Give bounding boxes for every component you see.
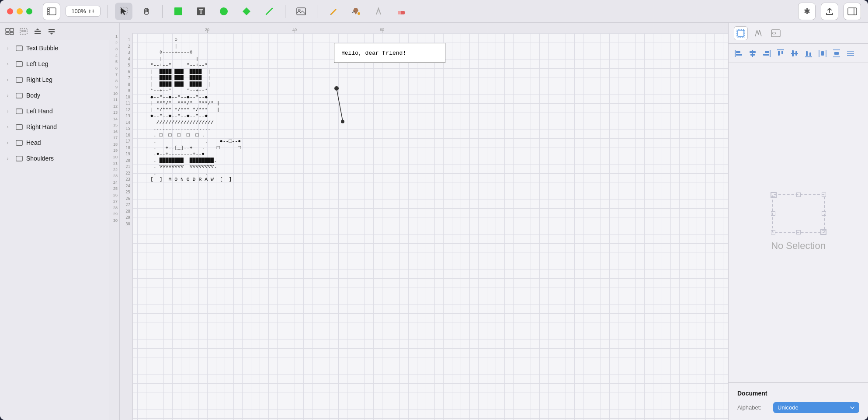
alphabet-select-container[interactable]: Unicode: [773, 402, 859, 413]
svg-rect-57: [778, 51, 780, 56]
eraser-tool[interactable]: [392, 3, 410, 20]
ungroup-button[interactable]: [17, 25, 30, 38]
alphabet-value: Unicode: [778, 404, 799, 411]
canvas-row-26: 26: [120, 196, 132, 202]
svg-rect-63: [806, 51, 808, 56]
title-bar: 100% ⬆⬇ T: [0, 0, 868, 23]
svg-rect-40: [16, 156, 23, 161]
layer-box-icon: [16, 93, 23, 98]
row-number-21: 21: [109, 160, 119, 167]
more-align-button[interactable]: [844, 47, 857, 60]
svg-rect-22: [6, 28, 9, 32]
sidebar-item-right-hand[interactable]: › Right Hand: [0, 119, 109, 135]
group-button[interactable]: [3, 25, 16, 38]
row-number-3: 3: [109, 46, 119, 52]
distribute-h-button[interactable]: [816, 47, 829, 60]
close-button[interactable]: [7, 8, 13, 14]
svg-rect-58: [781, 51, 783, 54]
chevron-icon: ›: [7, 125, 12, 130]
text-tool[interactable]: T: [192, 3, 210, 20]
text-style-button[interactable]: [751, 26, 765, 40]
row-number-19: 19: [109, 147, 119, 154]
move-down-button[interactable]: [45, 25, 58, 38]
move-up-button[interactable]: [31, 25, 44, 38]
minimize-button[interactable]: [17, 8, 23, 14]
canvas-row-16: 16: [120, 132, 132, 139]
canvas-viewport[interactable]: 1234567891011121314151617181920212223242…: [120, 33, 728, 420]
canvas-row-24: 24: [120, 183, 132, 189]
document-section: Document Alphabet: Unicode: [729, 382, 868, 420]
panel-toggle-left[interactable]: [43, 3, 60, 20]
toolbar-separator-4: [317, 5, 317, 18]
sidebar-item-shoulders[interactable]: › Shoulders: [0, 150, 109, 166]
sidebar-item-left-leg[interactable]: › Left Leg: [0, 56, 109, 72]
export-button[interactable]: [821, 3, 838, 20]
svg-rect-67: [821, 51, 824, 56]
maximize-button[interactable]: [26, 8, 32, 14]
align-top-button[interactable]: [774, 47, 787, 60]
alphabet-dropdown[interactable]: Unicode: [773, 402, 859, 413]
fill-tool[interactable]: [347, 3, 365, 20]
diamond-tool[interactable]: [238, 3, 255, 20]
sidebar-item-right-leg[interactable]: › Right Leg: [0, 72, 109, 88]
image-tool[interactable]: [292, 3, 310, 20]
align-center-h-button[interactable]: [746, 47, 759, 60]
canvas-row-4: 4: [120, 56, 132, 63]
sidebar-item-left-hand[interactable]: › Left Hand: [0, 103, 109, 119]
code-button[interactable]: [769, 26, 783, 40]
key-button[interactable]: ✱: [798, 3, 816, 20]
pan-tool[interactable]: [138, 3, 155, 20]
ellipse-tool[interactable]: [215, 3, 233, 20]
handle-mr: [822, 211, 826, 216]
handle-tl: [771, 192, 775, 197]
canvas-inner[interactable]: ○ | ◊----+----◊ | | *--+--* *--+--* | ██…: [133, 33, 728, 420]
select-tool[interactable]: [115, 3, 132, 20]
layer-label: Head: [26, 139, 41, 146]
svg-rect-9: [174, 7, 182, 15]
layer-toolbar: [0, 23, 109, 40]
pencil-tool[interactable]: [324, 3, 342, 20]
row-number-22: 22: [109, 167, 119, 173]
rect-tool[interactable]: [170, 3, 187, 20]
sidebar-item-body[interactable]: › Body: [0, 88, 109, 103]
row-number-23: 23: [109, 173, 119, 179]
canvas-row-2: 2: [120, 43, 132, 50]
sidebar-item-text-bubble[interactable]: › Text Bubble: [0, 40, 109, 56]
svg-rect-38: [16, 124, 23, 130]
svg-rect-29: [35, 33, 41, 34]
row-number-5: 5: [109, 59, 119, 65]
main-window: 100% ⬆⬇ T: [0, 0, 868, 420]
main-layout: › Text Bubble › Left Leg › Righ: [0, 23, 868, 420]
layer-label: Text Bubble: [26, 45, 58, 52]
align-right-button[interactable]: [760, 47, 773, 60]
svg-rect-20: [848, 8, 857, 15]
line-tool[interactable]: [260, 3, 278, 20]
svg-rect-48: [736, 51, 740, 53]
align-left-button[interactable]: [732, 47, 745, 60]
panel-toggle-right[interactable]: [844, 3, 861, 20]
canvas-row-3: 3: [120, 49, 132, 56]
row-number-6: 6: [109, 65, 119, 72]
align-middle-button[interactable]: [788, 47, 801, 60]
zoom-control[interactable]: 100% ⬆⬇: [66, 6, 101, 17]
shape-style-button[interactable]: [734, 26, 748, 40]
row-number-20: 20: [109, 154, 119, 161]
ruler-corner: [109, 23, 120, 33]
svg-rect-39: [16, 140, 23, 145]
pen-tool[interactable]: [370, 3, 387, 20]
canvas-row-9: 9: [120, 88, 132, 94]
row-number-18: 18: [109, 141, 119, 148]
canvas-row-18: 18: [120, 145, 132, 151]
svg-rect-51: [750, 51, 756, 53]
distribute-v-button[interactable]: [830, 47, 843, 60]
align-bottom-button[interactable]: [802, 47, 815, 60]
svg-rect-24: [6, 32, 9, 35]
svg-rect-64: [809, 52, 811, 56]
svg-point-17: [358, 12, 360, 15]
right-panel-toolbar: [729, 23, 868, 44]
canvas-row-22: 22: [120, 170, 132, 177]
svg-rect-4: [48, 13, 49, 14]
sidebar-item-head[interactable]: › Head: [0, 135, 109, 150]
svg-rect-37: [16, 108, 23, 114]
row-number-15: 15: [109, 122, 119, 129]
